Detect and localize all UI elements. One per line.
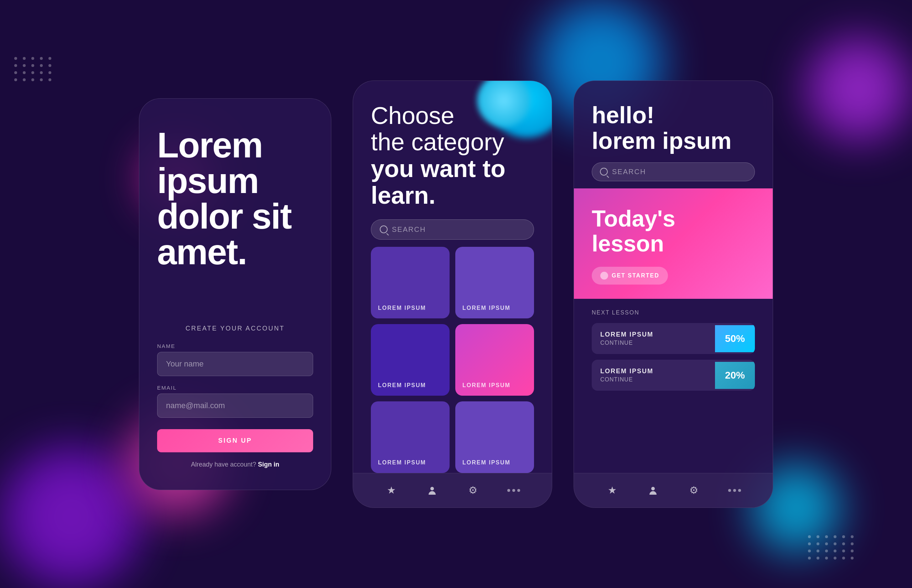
- lesson-percent-2: 20%: [715, 362, 755, 389]
- category-label: LOREM IPSUM: [378, 459, 426, 466]
- lesson-percent-1: 50%: [715, 325, 755, 352]
- search-bar[interactable]: SEARCH: [371, 220, 534, 240]
- category-item[interactable]: LOREM IPSUM: [455, 401, 534, 473]
- dot-pattern-topleft: [14, 57, 53, 81]
- lesson-row-info-2: LOREM IPSUM CONTINUE: [592, 360, 715, 391]
- category-header: Choose the category you want to learn.: [353, 81, 552, 220]
- next-lesson-section: NEXT LESSON LOREM IPSUM CONTINUE 50% LOR…: [574, 299, 773, 396]
- lesson-row-2[interactable]: LOREM IPSUM CONTINUE 20%: [592, 360, 755, 391]
- category-grid: LOREM IPSUM LOREM IPSUM LOREM IPSUM LORE…: [353, 247, 552, 473]
- category-label: LOREM IPSUM: [378, 305, 426, 311]
- category-item[interactable]: LOREM IPSUM: [371, 324, 450, 396]
- search-placeholder-text: SEARCH: [392, 225, 426, 234]
- get-started-icon: [600, 272, 608, 279]
- create-account-label: CREATE YOUR ACCOUNT: [157, 325, 313, 332]
- todays-lesson-card: Today'slesson GET STARTED: [574, 188, 773, 299]
- category-label: LOREM IPSUM: [378, 382, 426, 389]
- category-item[interactable]: LOREM IPSUM: [371, 401, 450, 473]
- name-label: NAME: [157, 343, 313, 349]
- get-started-button[interactable]: GET STARTED: [592, 267, 668, 284]
- dashboard-screen: hello!lorem ipsum SEARCH Today'slesson G…: [574, 81, 773, 508]
- nav-gear-icon[interactable]: ⚙: [466, 484, 479, 497]
- sign-up-button[interactable]: SIGN UP: [157, 429, 313, 452]
- search-icon: [380, 225, 388, 233]
- email-form-group: EMAIL: [157, 384, 313, 418]
- email-label: EMAIL: [157, 384, 313, 391]
- nav-person-icon[interactable]: [426, 484, 438, 497]
- name-form-group: NAME: [157, 343, 313, 376]
- nav-star-icon[interactable]: ★: [606, 484, 618, 497]
- category-label: LOREM IPSUM: [462, 382, 511, 389]
- lesson-row-1[interactable]: LOREM IPSUM CONTINUE 50%: [592, 323, 755, 354]
- hero-title: Lorem ipsum dolor sit amet.: [157, 127, 313, 270]
- email-input[interactable]: [157, 394, 313, 418]
- bottom-nav: ★ ⚙: [353, 473, 552, 507]
- lesson-row-sub-1: CONTINUE: [600, 340, 707, 346]
- greeting-title: hello!lorem ipsum: [592, 102, 755, 154]
- dot-pattern-bottomright: [808, 535, 855, 559]
- dashboard-search-bar[interactable]: SEARCH: [592, 162, 755, 181]
- nav-gear-icon[interactable]: ⚙: [687, 484, 700, 497]
- category-label: LOREM IPSUM: [462, 305, 511, 311]
- nav-more-icon[interactable]: [507, 489, 520, 492]
- signup-screen: Lorem ipsum dolor sit amet. CREATE YOUR …: [139, 98, 331, 490]
- nav-star-icon[interactable]: ★: [385, 484, 398, 497]
- dashboard-header: hello!lorem ipsum: [574, 81, 773, 162]
- create-account-section: CREATE YOUR ACCOUNT NAME EMAIL SIGN UP A…: [157, 325, 313, 468]
- category-item[interactable]: LOREM IPSUM: [455, 247, 534, 318]
- bottom-nav-dashboard: ★ ⚙: [574, 473, 773, 507]
- category-screen: Choose the category you want to learn. S…: [353, 81, 552, 508]
- lesson-row-title-2: LOREM IPSUM: [600, 368, 707, 375]
- svg-point-1: [651, 487, 655, 490]
- search-icon: [600, 168, 608, 176]
- category-label: LOREM IPSUM: [462, 459, 511, 466]
- bg-blob-violet: [805, 36, 912, 142]
- next-lesson-label: NEXT LESSON: [592, 310, 755, 316]
- name-input[interactable]: [157, 352, 313, 376]
- lesson-row-sub-2: CONTINUE: [600, 376, 707, 383]
- category-item[interactable]: LOREM IPSUM: [371, 247, 450, 318]
- search-placeholder-text: SEARCH: [612, 168, 646, 176]
- category-item[interactable]: LOREM IPSUM: [455, 324, 534, 396]
- category-title: Choose the category you want to learn.: [371, 102, 534, 209]
- lesson-row-info-1: LOREM IPSUM CONTINUE: [592, 323, 715, 354]
- screens-container: Lorem ipsum dolor sit amet. CREATE YOUR …: [139, 81, 773, 508]
- signin-prompt: Already have account? Sign in: [157, 461, 313, 468]
- nav-more-icon[interactable]: [728, 489, 741, 492]
- lesson-row-title-1: LOREM IPSUM: [600, 331, 707, 338]
- nav-person-icon[interactable]: [647, 484, 660, 497]
- bg-blob-purple: [0, 446, 142, 588]
- svg-point-0: [430, 487, 434, 490]
- lesson-card-title: Today'slesson: [592, 206, 755, 257]
